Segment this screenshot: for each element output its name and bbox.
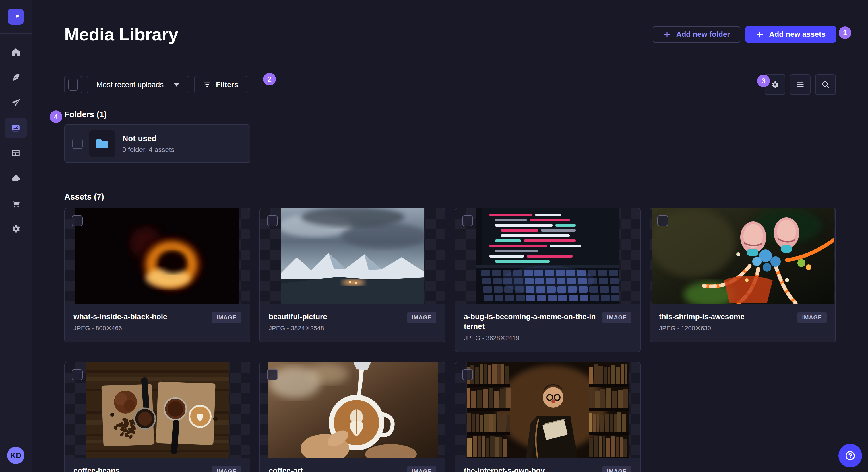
asset-grid: what-s-inside-a-black-hole JPEG - 800✕46…	[64, 208, 836, 472]
asset-card[interactable]: what-s-inside-a-black-hole JPEG - 800✕46…	[64, 208, 250, 342]
asset-texts: coffee-beans JPEG - 5021✕3347	[73, 466, 207, 472]
asset-type-badge: IMAGE	[212, 466, 241, 472]
page-title: Media Library	[64, 24, 178, 44]
asset-thumbnail	[650, 208, 835, 304]
toolbar-right	[760, 74, 836, 95]
asset-meta: JPEG - 3628✕2419	[464, 334, 597, 342]
layout-card-icon	[11, 148, 21, 158]
chevron-down-icon	[174, 83, 180, 87]
asset-texts: what-s-inside-a-black-hole JPEG - 800✕46…	[73, 312, 207, 332]
sort-select[interactable]: Most recent uploads	[87, 76, 189, 94]
sort-select-value: Most recent uploads	[96, 80, 164, 89]
sidebar-nav	[5, 42, 27, 244]
folder-icon	[96, 138, 109, 149]
asset-texts: coffee-art JPEG - 5824✕3259	[269, 466, 402, 472]
asset-title: what-s-inside-a-black-hole	[73, 312, 207, 322]
asset-type-badge: IMAGE	[407, 466, 436, 472]
asset-checkbox[interactable]	[267, 369, 278, 380]
asset-title: this-shrimp-is-awesome	[659, 312, 792, 322]
page-header: Media Library Add new folder Add new ass…	[64, 24, 836, 44]
folder-tile	[89, 131, 115, 157]
asset-texts: this-shrimp-is-awesome JPEG - 1200✕630	[659, 312, 792, 332]
sidebar-item-settings[interactable]	[5, 218, 27, 239]
search-button[interactable]	[815, 74, 836, 95]
sidebar: KD	[0, 0, 32, 472]
asset-thumbnail	[455, 208, 640, 304]
guide-badge-3: 3	[757, 74, 770, 87]
assets-heading: Assets (7)	[64, 192, 836, 202]
toolbar: Most recent uploads Filters	[64, 74, 836, 95]
asset-thumbnail	[455, 363, 640, 458]
toolbar-left: Most recent uploads Filters	[64, 76, 247, 94]
sidebar-item-content[interactable]	[5, 67, 27, 88]
feather-icon	[11, 72, 21, 82]
sidebar-item-releases[interactable]	[5, 92, 27, 113]
asset-footer: coffee-beans JPEG - 5021✕3347 IMAGE	[65, 458, 250, 472]
cart-icon	[11, 199, 21, 208]
asset-card[interactable]: beautiful-picture JPEG - 3824✕2548 IMAGE	[259, 208, 445, 342]
list-view-button[interactable]	[790, 74, 811, 95]
folder-card[interactable]: Not used 0 folder, 4 assets	[64, 125, 250, 163]
sidebar-divider	[0, 33, 32, 34]
asset-checkbox[interactable]	[462, 369, 473, 380]
filters-label: Filters	[216, 80, 238, 89]
asset-card[interactable]: a-bug-is-becoming-a-meme-on-the-internet…	[455, 208, 641, 352]
asset-footer: this-shrimp-is-awesome JPEG - 1200✕630 I…	[650, 304, 835, 342]
folder-texts: Not used 0 folder, 4 assets	[122, 134, 174, 154]
filters-button[interactable]: Filters	[194, 76, 247, 94]
asset-card[interactable]: the-internet-s-own-boy JPEG - 1200✕707 I…	[455, 362, 641, 472]
asset-checkbox[interactable]	[657, 215, 668, 226]
asset-type-badge: IMAGE	[797, 312, 827, 324]
section-divider	[64, 179, 836, 180]
asset-texts: a-bug-is-becoming-a-meme-on-the-internet…	[464, 312, 597, 342]
help-button[interactable]	[838, 444, 862, 467]
strapi-logo[interactable]	[8, 9, 24, 25]
main-content: Media Library Add new folder Add new ass…	[32, 0, 868, 472]
asset-checkbox[interactable]	[72, 215, 83, 226]
folder-title: Not used	[122, 134, 174, 143]
asset-title: a-bug-is-becoming-a-meme-on-the-internet	[464, 312, 597, 331]
asset-type-badge: IMAGE	[212, 312, 241, 324]
sidebar-item-deploy[interactable]	[5, 168, 27, 189]
add-new-folder-button[interactable]: Add new folder	[653, 26, 741, 43]
sidebar-bottom: KD	[0, 439, 32, 472]
sidebar-item-marketplace[interactable]	[5, 193, 27, 214]
asset-card[interactable]: this-shrimp-is-awesome JPEG - 1200✕630 I…	[650, 208, 836, 342]
asset-texts: the-internet-s-own-boy JPEG - 1200✕707	[464, 466, 597, 472]
asset-type-badge: IMAGE	[602, 466, 631, 472]
search-icon	[821, 80, 830, 89]
asset-footer: a-bug-is-becoming-a-meme-on-the-internet…	[455, 304, 640, 351]
sidebar-item-home[interactable]	[5, 42, 27, 63]
plus-icon	[756, 30, 764, 38]
select-all-checkbox[interactable]	[64, 76, 82, 94]
checkbox	[68, 78, 78, 91]
folders-heading: Folders (1)	[64, 110, 836, 119]
sidebar-item-media-library[interactable]	[5, 117, 27, 138]
cloud-icon	[11, 173, 21, 183]
asset-checkbox[interactable]	[462, 215, 473, 226]
asset-checkbox[interactable]	[72, 369, 83, 380]
asset-footer: beautiful-picture JPEG - 3824✕2548 IMAGE	[260, 304, 445, 342]
guide-badge-4: 4	[50, 110, 62, 123]
asset-card[interactable]: coffee-art JPEG - 5824✕3259 IMAGE	[259, 362, 445, 472]
guide-badge-2: 2	[263, 73, 276, 86]
home-icon	[11, 47, 21, 57]
asset-title: coffee-art	[269, 466, 402, 472]
asset-footer: the-internet-s-own-boy JPEG - 1200✕707 I…	[455, 458, 640, 472]
asset-footer: coffee-art JPEG - 5824✕3259 IMAGE	[260, 458, 445, 472]
plus-icon	[663, 30, 671, 38]
guide-badge-1: 1	[839, 26, 851, 39]
media-library-icon	[11, 123, 21, 133]
asset-title: beautiful-picture	[269, 312, 402, 322]
asset-title: coffee-beans	[73, 466, 207, 472]
folder-checkbox[interactable]	[72, 138, 83, 149]
asset-meta: JPEG - 3824✕2548	[269, 325, 402, 332]
asset-type-badge: IMAGE	[602, 312, 631, 324]
asset-card[interactable]: coffee-beans JPEG - 5021✕3347 IMAGE	[64, 362, 250, 472]
filter-icon	[203, 80, 211, 89]
user-avatar[interactable]: KD	[7, 447, 24, 464]
asset-checkbox[interactable]	[267, 215, 278, 226]
add-new-assets-button[interactable]: Add new assets	[745, 26, 836, 43]
sidebar-item-content-manager[interactable]	[5, 143, 27, 164]
asset-thumbnail	[65, 208, 250, 304]
